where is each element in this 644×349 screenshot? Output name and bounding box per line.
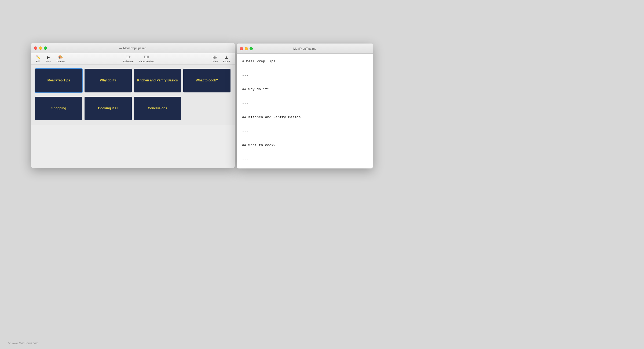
svg-rect-3: [147, 56, 149, 58]
minimize-button[interactable]: [39, 46, 42, 50]
rehearse-button[interactable]: Rehearse: [122, 54, 135, 63]
export-button[interactable]: Export: [221, 54, 232, 63]
slide-1-title: Meal Prep Tips: [45, 76, 72, 85]
svg-rect-8: [225, 58, 228, 59]
empty-slot: [183, 97, 230, 120]
md-line-sep-4: ---: [242, 156, 368, 163]
slide-2-title: Why do it?: [98, 76, 118, 85]
slide-6[interactable]: Cooking it all: [85, 97, 132, 120]
slide-3[interactable]: Kitchen and Pantry Basics: [134, 69, 181, 92]
md-line-sep-1: ---: [242, 72, 368, 79]
themes-label: Themes: [56, 60, 65, 63]
play-label: Play: [46, 60, 51, 63]
markdown-editor[interactable]: # Meal Prep Tips --- ## Why do it? --- #…: [237, 54, 373, 168]
md-line-blank-2: [242, 79, 368, 86]
md-line-3: ## Kitchen and Pantry Basics: [242, 114, 368, 121]
maximize-button-right[interactable]: [250, 47, 253, 50]
edit-label: Edit: [36, 60, 40, 63]
slide-1[interactable]: Meal Prep Tips: [35, 69, 82, 92]
presentation-window: — MealPrepTips.md ✏️ Edit ▶ Play 🎨 Theme…: [31, 43, 235, 168]
titlebar-left: — MealPrepTips.md: [31, 43, 235, 53]
show-preview-label: Show Preview: [139, 60, 154, 63]
show-preview-button[interactable]: Show Preview: [137, 54, 156, 63]
watermark-icon: ⚙: [8, 341, 11, 345]
svg-rect-4: [213, 56, 215, 57]
md-line-blank-7: [242, 149, 368, 156]
slide-grid-row1: Meal Prep Tips Why do it? Kitchen and Pa…: [31, 64, 235, 97]
md-line-2: ## Why do it?: [242, 86, 368, 93]
md-line-1: # Meal Prep Tips: [242, 58, 368, 65]
md-line-blank-4: [242, 107, 368, 114]
md-line-blank-1: [242, 65, 368, 72]
play-button[interactable]: ▶ Play: [44, 54, 53, 63]
edit-button[interactable]: ✏️ Edit: [34, 54, 43, 63]
rehearse-icon: [126, 55, 131, 60]
view-button[interactable]: View: [210, 54, 220, 63]
maximize-button[interactable]: [44, 46, 47, 50]
svg-rect-6: [213, 57, 215, 59]
close-button-right[interactable]: [240, 47, 243, 50]
play-icon: ▶: [46, 55, 51, 60]
slide-3-title: Kitchen and Pantry Basics: [135, 76, 180, 85]
window-title-right: — MealPrepTips.md —: [290, 47, 320, 50]
slide-4[interactable]: What to cook?: [183, 69, 230, 92]
titlebar-right: — MealPrepTips.md —: [237, 44, 373, 54]
md-line-blank-6: [242, 135, 368, 142]
watermark: ⚙ www.MacDown.com: [8, 341, 38, 345]
view-icon: [213, 55, 217, 60]
minimize-button-right[interactable]: [245, 47, 248, 50]
slide-4-title: What to cook?: [194, 76, 220, 85]
md-line-4: ## What to cook?: [242, 142, 368, 149]
themes-button[interactable]: 🎨 Themes: [54, 54, 67, 63]
svg-rect-5: [215, 56, 217, 57]
edit-icon: ✏️: [36, 55, 41, 60]
watermark-text: www.MacDown.com: [12, 341, 38, 345]
show-preview-icon: [144, 55, 149, 60]
slide-7[interactable]: Conclusions: [134, 97, 181, 120]
svg-marker-1: [130, 56, 130, 57]
window-title-left: — MealPrepTips.md: [119, 46, 146, 50]
slide-7-title: Conclusions: [146, 104, 169, 113]
toolbar: ✏️ Edit ▶ Play 🎨 Themes Rehearse Show Pr…: [31, 53, 235, 64]
svg-rect-7: [215, 57, 217, 59]
slide-5[interactable]: Shopping: [35, 97, 82, 120]
md-line-blank-5: [242, 121, 368, 128]
markdown-editor-window: — MealPrepTips.md — # Meal Prep Tips ---…: [237, 44, 373, 168]
export-label: Export: [223, 60, 230, 63]
slide-2[interactable]: Why do it?: [85, 69, 132, 92]
md-line-blank-8: [242, 163, 368, 168]
slide-grid-row2: Shopping Cooking it all Conclusions: [31, 97, 235, 125]
slide-5-title: Shopping: [49, 104, 68, 113]
traffic-lights-left: [34, 46, 47, 50]
traffic-lights-right: [240, 47, 253, 50]
svg-rect-2: [144, 56, 147, 58]
md-line-sep-3: ---: [242, 128, 368, 135]
themes-icon: 🎨: [58, 55, 63, 60]
md-line-blank-3: [242, 93, 368, 100]
svg-rect-0: [126, 56, 129, 58]
slide-6-title: Cooking it all: [96, 104, 120, 113]
rehearse-label: Rehearse: [123, 60, 134, 63]
md-line-sep-2: ---: [242, 100, 368, 107]
view-label: View: [213, 60, 218, 63]
export-icon: [224, 55, 229, 60]
close-button[interactable]: [34, 46, 37, 50]
